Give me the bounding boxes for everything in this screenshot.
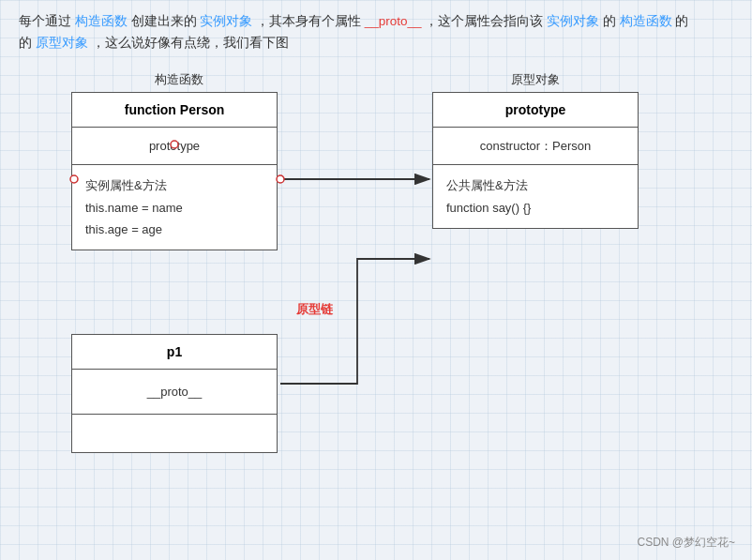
function-person-prototype-section: prototype — [72, 128, 277, 165]
function-person-body-section: 实例属性&方法 this.name = name this.age = age — [72, 165, 277, 250]
desc-instance-1: 实例对象 — [200, 14, 252, 28]
desc-constructor-2: 构造函数 — [620, 14, 672, 28]
right-circle-connector — [277, 175, 284, 183]
prototype-label: 原型对象 — [451, 71, 620, 88]
diagram-area: 构造函数 原型对象 function Person prototype 实例属性… — [20, 71, 732, 465]
desc-line1: 每个通过 构造函数 创建出来的 实例对象 ，其本身有个属性 __proto__ … — [19, 14, 688, 28]
p1-box: p1 __proto__ — [71, 334, 278, 453]
function-person-header: function Person — [72, 93, 277, 128]
this-age-line: this.age = age — [85, 219, 263, 240]
constructor-label: 构造函数 — [95, 71, 263, 88]
proto-chain-label: 原型链 — [296, 301, 333, 318]
prototype-constructor-section: constructor：Person — [433, 128, 638, 165]
this-name-line: this.name = name — [85, 197, 263, 219]
prototype-body-section: 公共属性&方法 function say() {} — [433, 165, 638, 228]
proto-chain-arrow — [280, 259, 429, 384]
function-person-box: function Person prototype 实例属性&方法 this.n… — [71, 92, 278, 251]
desc-line2: 的 原型对象 ，这么说好像有点绕，我们看下图 — [19, 36, 289, 50]
desc-instance-2: 实例对象 — [547, 14, 599, 28]
desc-constructor-1: 构造函数 — [75, 14, 128, 28]
instance-props-label: 实例属性&方法 — [85, 174, 263, 196]
p1-header: p1 — [72, 335, 277, 370]
description-text: 每个通过 构造函数 创建出来的 实例对象 ，其本身有个属性 __proto__ … — [19, 11, 733, 54]
page-container: 每个通过 构造函数 创建出来的 实例对象 ，其本身有个属性 __proto__ … — [0, 0, 752, 560]
desc-proto-prop: __proto__ — [365, 14, 422, 28]
desc-proto-obj: 原型对象 — [36, 36, 88, 50]
function-say-line: function say() {} — [446, 197, 624, 219]
watermark: CSDN @梦幻空花~ — [637, 535, 735, 551]
prototype-box: prototype constructor：Person 公共属性&方法 fun… — [432, 92, 639, 229]
p1-proto-section: __proto__ — [72, 370, 277, 415]
prototype-header: prototype — [433, 93, 638, 128]
public-props-label: 公共属性&方法 — [446, 174, 624, 196]
p1-empty-section — [72, 415, 277, 452]
